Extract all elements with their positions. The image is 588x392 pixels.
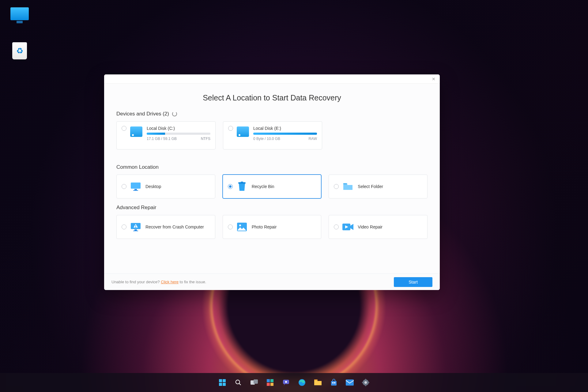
section-common-heading: Common Location <box>116 164 428 170</box>
radio-select-folder[interactable] <box>334 184 339 189</box>
trash-icon <box>236 182 247 191</box>
radio-drive-e[interactable] <box>228 126 233 131</box>
window-footer: Unable to find your device? Click here t… <box>104 273 440 290</box>
advanced-photo-repair[interactable]: Photo Repair <box>223 215 322 239</box>
taskbar-edge[interactable] <box>296 376 308 389</box>
photo-icon <box>236 222 247 232</box>
svg-rect-29 <box>332 382 334 383</box>
section-advanced-heading: Advanced Repair <box>116 205 428 211</box>
page-title: Select A Location to Start Data Recovery <box>116 93 428 102</box>
svg-rect-1 <box>134 189 137 190</box>
svg-rect-9 <box>135 227 136 228</box>
desktop-icon <box>130 182 141 191</box>
video-icon <box>342 222 353 232</box>
taskbar-search[interactable] <box>232 376 245 389</box>
folder-icon <box>342 182 353 191</box>
disk-icon <box>130 126 142 137</box>
svg-rect-23 <box>267 383 270 386</box>
taskbar-chat[interactable] <box>280 376 292 389</box>
start-button[interactable]: Start <box>394 277 432 287</box>
radio-crash[interactable] <box>122 224 126 229</box>
radio-recycle-bin[interactable] <box>228 184 233 189</box>
svg-rect-2 <box>133 190 138 191</box>
svg-rect-14 <box>223 379 226 382</box>
section-advanced-label: Advanced Repair <box>116 205 156 211</box>
svg-point-11 <box>239 224 241 226</box>
taskbar <box>0 373 588 392</box>
svg-rect-20 <box>254 379 258 384</box>
crash-computer-icon <box>130 222 141 232</box>
drive-e-usage: 0 Byte / 10.0 GB <box>253 137 280 141</box>
svg-rect-21 <box>267 379 270 382</box>
svg-line-18 <box>239 383 241 385</box>
svg-rect-13 <box>219 379 222 382</box>
section-devices-heading: Devices and Drives (2) <box>116 111 428 117</box>
radio-drive-c[interactable] <box>122 126 126 131</box>
drive-e-usage-bar <box>253 133 317 135</box>
advanced-row: Recover from Crash Computer Photo Repair… <box>116 215 428 239</box>
location-select-folder-label: Select Folder <box>358 184 383 189</box>
advanced-video-label: Video Repair <box>358 224 383 229</box>
section-devices-label: Devices and Drives (2) <box>116 111 169 117</box>
svg-rect-8 <box>135 225 136 227</box>
advanced-video-repair[interactable]: Video Repair <box>329 215 428 239</box>
recycle-bin-icon: ♻ <box>12 42 27 59</box>
desktop-icon-recycle-bin[interactable]: ♻ <box>9 42 31 59</box>
advanced-crash-recovery[interactable]: Recover from Crash Computer <box>116 215 215 239</box>
svg-point-17 <box>236 380 240 384</box>
svg-rect-4 <box>241 182 243 183</box>
svg-rect-7 <box>133 231 138 231</box>
taskbar-mail[interactable] <box>343 376 356 389</box>
svg-rect-28 <box>331 381 337 386</box>
svg-rect-22 <box>270 379 273 382</box>
svg-rect-31 <box>346 379 354 386</box>
drive-card-c[interactable]: Local Disk (C:) 17.1 GB / 59.1 GB NTFS <box>116 121 216 149</box>
svg-rect-6 <box>134 229 137 231</box>
section-common-label: Common Location <box>116 164 159 170</box>
advanced-photo-label: Photo Repair <box>252 224 277 229</box>
radio-video[interactable] <box>334 224 339 229</box>
window-body: Select A Location to Start Data Recovery… <box>104 84 440 273</box>
drives-row: Local Disk (C:) 17.1 GB / 59.1 GB NTFS L… <box>116 121 428 149</box>
drive-c-fs: NTFS <box>201 137 210 141</box>
drive-e-fs: RAW <box>308 137 317 141</box>
drive-c-usage: 17.1 GB / 59.1 GB <box>147 137 177 141</box>
svg-rect-24 <box>270 383 273 386</box>
location-desktop-label: Desktop <box>145 184 161 189</box>
titlebar: ✕ <box>104 74 440 84</box>
taskbar-store[interactable] <box>327 376 340 389</box>
drive-c-usage-bar <box>147 133 210 135</box>
radio-photo[interactable] <box>228 224 233 229</box>
taskbar-start[interactable] <box>216 376 229 389</box>
footer-click-here-link[interactable]: Click here <box>161 280 179 284</box>
footer-help-text: Unable to find your device? Click here t… <box>111 280 206 284</box>
svg-point-33 <box>364 381 367 384</box>
monitor-icon <box>10 7 29 20</box>
disk-icon <box>237 126 249 137</box>
svg-rect-0 <box>131 183 141 189</box>
drive-c-name: Local Disk (C:) <box>147 126 210 131</box>
svg-rect-15 <box>219 383 222 386</box>
location-select-folder[interactable]: Select Folder <box>329 175 428 198</box>
taskbar-widgets[interactable] <box>264 376 277 389</box>
drive-e-name: Local Disk (E:) <box>253 126 317 131</box>
common-row: Desktop Recycle Bin Select Folder <box>116 175 428 198</box>
svg-rect-16 <box>223 383 226 386</box>
close-button[interactable]: ✕ <box>431 77 436 81</box>
desktop-icon-this-pc[interactable] <box>9 7 31 20</box>
data-recovery-window: ✕ Select A Location to Start Data Recove… <box>104 74 440 290</box>
svg-rect-30 <box>334 382 335 383</box>
radio-desktop[interactable] <box>122 184 126 189</box>
refresh-icon[interactable] <box>172 111 177 116</box>
drive-card-e[interactable]: Local Disk (E:) 0 Byte / 10.0 GB RAW <box>223 121 322 149</box>
location-recycle-bin[interactable]: Recycle Bin <box>223 175 322 198</box>
location-recycle-bin-label: Recycle Bin <box>252 184 274 189</box>
advanced-crash-label: Recover from Crash Computer <box>145 224 204 229</box>
location-desktop[interactable]: Desktop <box>116 175 215 198</box>
svg-point-26 <box>285 381 287 383</box>
taskbar-settings[interactable] <box>359 376 372 389</box>
taskbar-taskview[interactable] <box>248 376 261 389</box>
taskbar-file-explorer[interactable] <box>311 376 324 389</box>
